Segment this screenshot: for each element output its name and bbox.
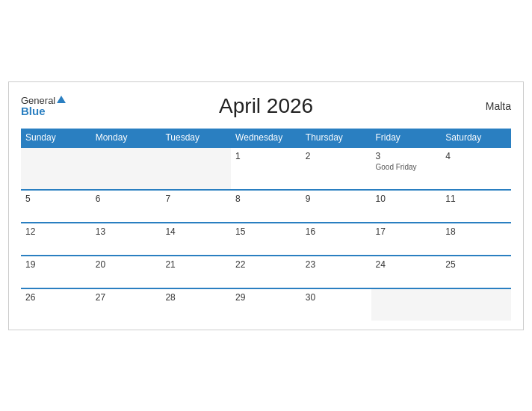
day-number: 24 — [376, 259, 437, 270]
calendar-cell: 16 — [301, 223, 371, 256]
calendar-cell: 7 — [161, 190, 231, 223]
day-number: 7 — [165, 194, 226, 204]
day-number: 22 — [235, 259, 297, 270]
day-number: 29 — [235, 292, 297, 303]
day-number: 5 — [25, 194, 87, 204]
calendar-cell: 25 — [441, 256, 511, 288]
day-number: 23 — [306, 259, 367, 270]
calendar-cell: 19 — [21, 256, 91, 288]
calendar-cell: 8 — [231, 190, 301, 223]
logo-triangle-icon — [57, 96, 66, 103]
day-number: 8 — [235, 194, 297, 204]
calendar-week-row: 19202122232425 — [21, 256, 511, 288]
day-number: 27 — [96, 292, 157, 303]
day-number: 13 — [96, 226, 157, 237]
calendar-cell: 2 — [301, 147, 371, 190]
day-number: 20 — [96, 259, 157, 270]
header-friday: Friday — [371, 129, 442, 147]
day-number: 2 — [306, 151, 367, 161]
calendar-cell — [91, 147, 161, 190]
calendar-cell: 10 — [371, 190, 442, 223]
logo: General Blue — [21, 96, 66, 117]
calendar-cell: 30 — [301, 288, 371, 321]
calendar-cell: 29 — [231, 288, 301, 321]
header-wednesday: Wednesday — [231, 129, 301, 147]
calendar-cell: 11 — [441, 190, 511, 223]
day-number: 18 — [445, 226, 507, 237]
day-number: 15 — [235, 226, 297, 237]
day-number: 1 — [235, 151, 297, 161]
day-number: 26 — [25, 292, 87, 303]
header-tuesday: Tuesday — [161, 129, 231, 147]
day-number: 11 — [445, 194, 507, 204]
calendar-header-row: Sunday Monday Tuesday Wednesday Thursday… — [21, 129, 511, 147]
calendar: General Blue April 2026 Malta Sunday Mon… — [8, 81, 524, 330]
calendar-cell: 26 — [21, 288, 91, 321]
header-saturday: Saturday — [441, 129, 511, 147]
calendar-title: April 2026 — [66, 94, 466, 118]
day-number: 28 — [165, 292, 226, 303]
day-number: 3 — [376, 151, 437, 161]
day-event: Good Friday — [376, 163, 437, 171]
header-thursday: Thursday — [301, 129, 371, 147]
calendar-cell: 22 — [231, 256, 301, 288]
day-number: 10 — [376, 194, 437, 204]
day-number: 12 — [25, 226, 87, 237]
calendar-cell: 27 — [91, 288, 161, 321]
day-number: 6 — [96, 194, 157, 204]
calendar-cell: 12 — [21, 223, 91, 256]
day-number: 21 — [165, 259, 226, 270]
calendar-cell: 5 — [21, 190, 91, 223]
calendar-cell: 18 — [441, 223, 511, 256]
calendar-week-row: 123Good Friday4 — [21, 147, 511, 190]
calendar-cell — [161, 147, 231, 190]
calendar-cell: 6 — [91, 190, 161, 223]
calendar-cell: 1 — [231, 147, 301, 190]
day-number: 14 — [165, 226, 226, 237]
calendar-cell: 13 — [91, 223, 161, 256]
day-number: 4 — [445, 151, 507, 161]
calendar-week-row: 567891011 — [21, 190, 511, 223]
calendar-cell: 3Good Friday — [371, 147, 442, 190]
day-number: 19 — [25, 259, 87, 270]
calendar-cell: 17 — [371, 223, 442, 256]
calendar-cell: 28 — [161, 288, 231, 321]
calendar-cell: 21 — [161, 256, 231, 288]
day-number: 9 — [306, 194, 367, 204]
calendar-cell — [371, 288, 442, 321]
calendar-table: Sunday Monday Tuesday Wednesday Thursday… — [21, 129, 511, 321]
calendar-country: Malta — [466, 100, 511, 112]
logo-blue-text: Blue — [21, 105, 66, 117]
calendar-cell: 24 — [371, 256, 442, 288]
day-number: 16 — [306, 226, 367, 237]
calendar-cell: 23 — [301, 256, 371, 288]
calendar-week-row: 2627282930 — [21, 288, 511, 321]
day-number: 17 — [376, 226, 437, 237]
header-monday: Monday — [91, 129, 161, 147]
calendar-cell — [21, 147, 91, 190]
header-sunday: Sunday — [21, 129, 91, 147]
calendar-cell: 14 — [161, 223, 231, 256]
calendar-cell: 9 — [301, 190, 371, 223]
calendar-week-row: 12131415161718 — [21, 223, 511, 256]
day-number: 30 — [306, 292, 367, 303]
calendar-cell — [441, 288, 511, 321]
day-number: 25 — [445, 259, 507, 270]
calendar-cell: 15 — [231, 223, 301, 256]
logo-general-text: General — [21, 96, 66, 105]
calendar-cell: 4 — [441, 147, 511, 190]
calendar-header: General Blue April 2026 Malta — [21, 94, 511, 118]
calendar-cell: 20 — [91, 256, 161, 288]
